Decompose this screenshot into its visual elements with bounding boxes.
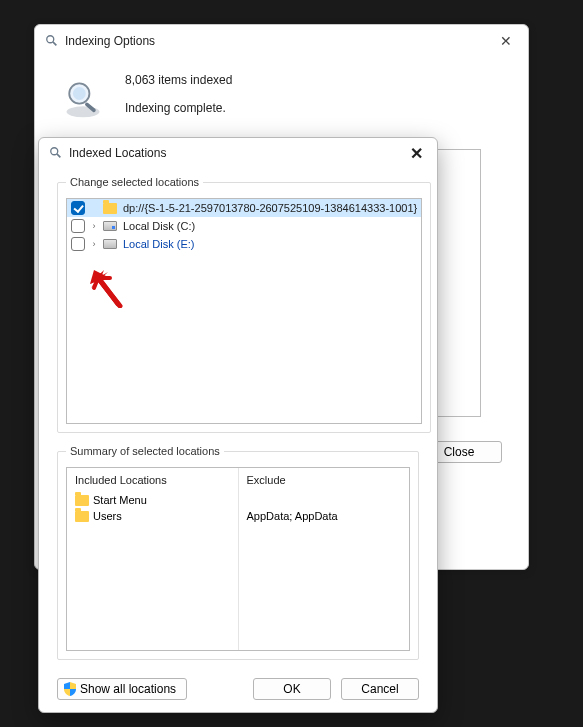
expander-icon[interactable]: › — [89, 239, 99, 249]
svg-line-7 — [57, 154, 61, 158]
items-indexed-text: 8,063 items indexed — [125, 73, 232, 87]
folder-icon — [75, 495, 89, 506]
included-row[interactable]: Start Menu — [75, 492, 230, 508]
shield-icon — [64, 682, 76, 696]
indexing-icon — [45, 34, 59, 48]
summary-label: Summary of selected locations — [66, 445, 224, 457]
tree-row[interactable]: ›Local Disk (C:) — [67, 217, 421, 235]
drive-icon — [103, 239, 117, 249]
window-title: Indexed Locations — [69, 146, 166, 160]
included-header: Included Locations — [75, 474, 230, 486]
included-label: Start Menu — [93, 494, 147, 506]
tree-row-label: Local Disk (C:) — [123, 220, 195, 232]
close-icon[interactable]: ✕ — [494, 31, 518, 51]
exclude-row — [247, 492, 402, 508]
indexing-status-text: Indexing complete. — [125, 101, 232, 115]
drive-icon — [103, 221, 117, 231]
exclude-row: AppData; AppData — [247, 508, 402, 524]
tree-row-label: Local Disk (E:) — [123, 238, 195, 250]
close-icon[interactable]: ✕ — [406, 144, 427, 163]
checkbox[interactable] — [71, 201, 85, 215]
show-all-label: Show all locations — [80, 682, 176, 696]
svg-line-1 — [53, 42, 57, 46]
tree-row[interactable]: ›Local Disk (E:) — [67, 235, 421, 253]
magnifier-icon — [61, 77, 105, 121]
summary-table: Included Locations Start MenuUsers Exclu… — [66, 467, 410, 651]
locations-tree[interactable]: dp://{S-1-5-21-2597013780-2607525109-138… — [66, 198, 422, 424]
cancel-button[interactable]: Cancel — [341, 678, 419, 700]
svg-point-6 — [51, 148, 58, 155]
svg-point-0 — [47, 36, 54, 43]
checkbox[interactable] — [71, 219, 85, 233]
indexed-locations-window: Indexed Locations ✕ Change selected loca… — [38, 137, 438, 713]
titlebar[interactable]: Indexed Locations ✕ — [39, 138, 437, 168]
window-title: Indexing Options — [65, 34, 155, 48]
summary-group: Summary of selected locations Included L… — [57, 445, 419, 660]
exclude-header: Exclude — [247, 474, 402, 486]
included-label: Users — [93, 510, 122, 522]
indexing-icon — [49, 146, 63, 160]
svg-point-4 — [73, 87, 86, 100]
change-locations-label: Change selected locations — [66, 176, 203, 188]
checkbox[interactable] — [71, 237, 85, 251]
change-locations-group: Change selected locations dp://{S-1-5-21… — [57, 176, 431, 433]
show-all-locations-button[interactable]: Show all locations — [57, 678, 187, 700]
expander-icon[interactable]: › — [89, 221, 99, 231]
included-row[interactable]: Users — [75, 508, 230, 524]
tree-row-label: dp://{S-1-5-21-2597013780-2607525109-138… — [123, 202, 417, 214]
ok-button[interactable]: OK — [253, 678, 331, 700]
folder-icon — [75, 511, 89, 522]
folder-icon — [103, 203, 117, 214]
horizontal-scrollbar[interactable] — [67, 423, 421, 424]
tree-row[interactable]: dp://{S-1-5-21-2597013780-2607525109-138… — [67, 199, 421, 217]
titlebar[interactable]: Indexing Options ✕ — [35, 25, 528, 57]
